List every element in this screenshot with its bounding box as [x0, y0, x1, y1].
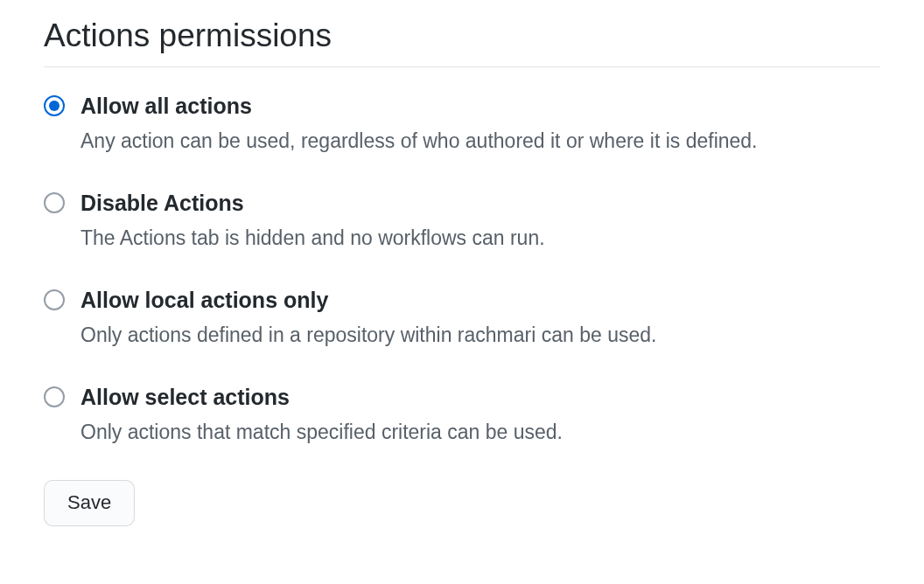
option-title: Allow select actions [80, 383, 880, 412]
option-description: Only actions that match specified criter… [80, 417, 880, 448]
save-button[interactable]: Save [44, 480, 135, 526]
option-disable[interactable]: Disable Actions The Actions tab is hidde… [44, 189, 880, 253]
option-allow-all[interactable]: Allow all actions Any action can be used… [44, 92, 880, 156]
actions-permissions-options: Allow all actions Any action can be used… [44, 92, 880, 447]
option-description: Only actions defined in a repository wit… [80, 320, 880, 351]
option-title: Disable Actions [80, 189, 880, 218]
radio-allow-all[interactable] [44, 95, 65, 116]
option-allow-local[interactable]: Allow local actions only Only actions de… [44, 286, 880, 350]
radio-allow-local[interactable] [44, 289, 65, 310]
radio-allow-select[interactable] [44, 386, 65, 407]
option-allow-select[interactable]: Allow select actions Only actions that m… [44, 383, 880, 447]
option-description: The Actions tab is hidden and no workflo… [80, 223, 880, 254]
radio-disable[interactable] [44, 192, 65, 213]
option-title: Allow local actions only [80, 286, 880, 315]
option-description: Any action can be used, regardless of wh… [80, 126, 880, 156]
section-title: Actions permissions [44, 17, 880, 67]
option-title: Allow all actions [80, 92, 880, 121]
